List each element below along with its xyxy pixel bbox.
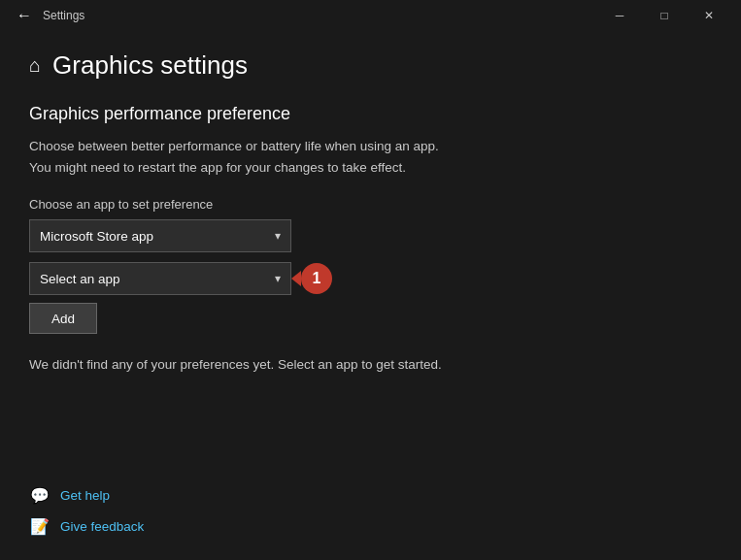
main-content: ⌂ Graphics settings Graphics performance… <box>0 31 741 391</box>
close-button[interactable]: ✕ <box>687 0 731 31</box>
feedback-icon: 📝 <box>29 515 51 537</box>
section-description: Choose between better performance or bat… <box>29 136 476 178</box>
select-app-row: Select an app ▾ 1 <box>29 262 712 295</box>
chevron-down-icon: ▾ <box>275 229 281 243</box>
titlebar-title: Settings <box>39 9 597 22</box>
select-app-dropdown-value: Select an app <box>40 272 275 286</box>
titlebar: ← Settings ─ □ ✕ <box>0 0 741 31</box>
back-button[interactable]: ← <box>10 0 39 31</box>
page-header: ⌂ Graphics settings <box>29 50 712 81</box>
maximize-button[interactable]: □ <box>642 0 687 31</box>
sub-label: Choose an app to set preference <box>29 197 712 212</box>
get-help-link[interactable]: 💬 Get help <box>29 484 144 506</box>
annotation-badge-1: 1 <box>301 263 332 294</box>
chevron-down-icon-2: ▾ <box>275 272 281 285</box>
app-type-dropdown[interactable]: Microsoft Store app ▾ <box>29 219 291 252</box>
minimize-button[interactable]: ─ <box>597 0 642 31</box>
select-app-dropdown[interactable]: Select an app ▾ <box>29 262 291 295</box>
section-title: Graphics performance preference <box>29 104 712 124</box>
home-icon: ⌂ <box>29 54 41 77</box>
add-button[interactable]: Add <box>29 303 97 334</box>
window-controls: ─ □ ✕ <box>597 0 731 31</box>
info-message: We didn't find any of your preferences y… <box>29 357 495 372</box>
dropdown-container: Microsoft Store app ▾ <box>29 219 712 252</box>
give-feedback-link[interactable]: 📝 Give feedback <box>29 515 144 537</box>
footer: 💬 Get help 📝 Give feedback <box>29 484 144 537</box>
help-icon: 💬 <box>29 484 51 506</box>
app-type-dropdown-value: Microsoft Store app <box>40 229 275 244</box>
page-title: Graphics settings <box>52 50 248 81</box>
